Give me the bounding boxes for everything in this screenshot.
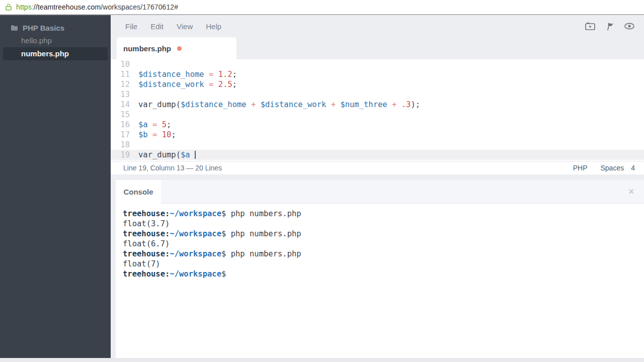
status-right: PHP Spaces 4 xyxy=(573,164,635,172)
prompt-user: treehouse: xyxy=(123,209,170,218)
cursor-position-status: Line 19, Column 13 — 20 Lines xyxy=(123,164,222,172)
line-number: 16 xyxy=(111,120,130,130)
sidebar-item-numbers-php[interactable]: numbers.php xyxy=(3,47,108,60)
code-line-19[interactable]: 19var_dump($a xyxy=(111,150,644,160)
code-line-13[interactable]: 13 xyxy=(111,89,644,100)
prompt-symbol: $ xyxy=(221,269,226,279)
close-icon[interactable]: × xyxy=(628,187,634,196)
prompt-path: ~/workspace xyxy=(170,249,221,258)
prompt-symbol: $ xyxy=(221,209,226,218)
tab-numbers-php[interactable]: numbers.php xyxy=(117,37,236,59)
project-name: PHP Basics xyxy=(23,24,64,32)
eye-icon xyxy=(624,21,635,31)
code-text: var_dump($a xyxy=(138,150,196,160)
line-number: 13 xyxy=(111,89,130,100)
editor-status-bar: Line 19, Column 13 — 20 Lines PHP Spaces… xyxy=(111,161,644,174)
file-list: hello.phpnumbers.php xyxy=(0,34,111,60)
code-text: $distance_home = 1.2; xyxy=(138,69,237,79)
terminal-command: php numbers.php xyxy=(226,209,301,218)
workspace-main: FileEditViewHelp xyxy=(111,15,644,358)
code-text: $distance_work = 2.5; xyxy=(138,79,237,89)
camera-icon xyxy=(585,21,596,31)
url-scheme: https: xyxy=(16,3,34,11)
terminal-command: php numbers.php xyxy=(226,249,301,258)
padlock-icon xyxy=(5,3,12,11)
text-cursor xyxy=(195,151,196,159)
console-tab[interactable]: Console xyxy=(116,180,161,204)
code-line-16[interactable]: 16$a = 5; xyxy=(111,120,644,130)
terminal-command: php numbers.php xyxy=(226,229,301,238)
prompt-path: ~/workspace xyxy=(170,209,221,218)
terminal-command-line: treehouse:~/workspace$ php numbers.php xyxy=(123,229,644,239)
camera-button[interactable] xyxy=(585,21,596,31)
fork-button[interactable] xyxy=(605,21,615,31)
prompt-path: ~/workspace xyxy=(170,269,221,279)
prompt-symbol: $ xyxy=(221,229,226,238)
browser-address-bar: https://teamtreehouse.com/workspaces/176… xyxy=(0,0,644,15)
terminal-output-line: float(6.7) xyxy=(123,239,644,249)
url-path: /workspaces/17670612# xyxy=(101,3,178,11)
prompt-symbol: $ xyxy=(221,249,226,258)
prompt-user: treehouse: xyxy=(123,249,170,258)
code-line-10[interactable]: 10 xyxy=(111,59,644,69)
code-line-18[interactable]: 18 xyxy=(111,140,644,150)
toolbar-icons xyxy=(585,21,635,31)
indent-type: Spaces xyxy=(601,164,624,172)
language-mode: PHP xyxy=(573,164,588,172)
prompt-user: treehouse: xyxy=(123,229,170,238)
prompt-user: treehouse: xyxy=(123,269,170,279)
console-title: Console xyxy=(123,188,153,196)
editor-menu-bar: FileEditViewHelp xyxy=(111,15,644,37)
url-text[interactable]: https://teamtreehouse.com/workspaces/176… xyxy=(16,3,178,11)
editor-tab-bar: numbers.php xyxy=(111,37,644,59)
menu-item-file[interactable]: File xyxy=(119,22,144,31)
console-output: treehouse:~/workspace$ php numbers.phpfl… xyxy=(123,209,644,279)
terminal-output-line: float(7) xyxy=(123,259,644,269)
tab-label: numbers.php xyxy=(123,44,171,53)
line-number: 11 xyxy=(111,69,130,79)
menu-item-edit[interactable]: Edit xyxy=(144,22,170,31)
terminal-command-line: treehouse:~/workspace$ xyxy=(123,269,644,279)
code-line-15[interactable]: 15 xyxy=(111,110,644,120)
file-tree-sidebar: PHP Basics hello.phpnumbers.php xyxy=(0,15,111,358)
menu-items: FileEditViewHelp xyxy=(119,22,228,31)
menu-item-help[interactable]: Help xyxy=(199,22,228,31)
code-line-11[interactable]: 11$distance_home = 1.2; xyxy=(111,69,644,79)
unsaved-changes-dot xyxy=(177,46,182,51)
terminal-command-line: treehouse:~/workspace$ php numbers.php xyxy=(123,249,644,259)
code-lines: 1011$distance_home = 1.2;12$distance_wor… xyxy=(111,59,644,160)
terminal[interactable]: treehouse:~/workspace$ php numbers.phpfl… xyxy=(116,204,644,279)
line-number: 15 xyxy=(111,110,130,120)
code-text: $b = 10; xyxy=(138,130,176,140)
sidebar-item-hello-php[interactable]: hello.php xyxy=(0,34,111,47)
console-header: Console × xyxy=(116,180,644,204)
bottom-strip xyxy=(0,358,644,362)
url-domain: //teamtreehouse.com xyxy=(34,3,101,11)
sidebar-project-php-basics[interactable]: PHP Basics xyxy=(0,21,111,34)
line-number: 17 xyxy=(111,130,130,140)
code-text: $a = 5; xyxy=(138,120,171,130)
folder-icon xyxy=(11,25,18,31)
eye-button[interactable] xyxy=(624,21,635,31)
code-line-17[interactable]: 17$b = 10; xyxy=(111,130,644,140)
line-number: 12 xyxy=(111,79,130,89)
line-number: 10 xyxy=(111,59,130,69)
line-number: 14 xyxy=(111,100,130,110)
indent-size: 4 xyxy=(631,164,635,172)
menu-item-view[interactable]: View xyxy=(170,22,199,31)
line-number: 18 xyxy=(111,140,130,150)
terminal-output-line: float(3.7) xyxy=(123,219,644,229)
prompt-path: ~/workspace xyxy=(170,229,221,238)
code-line-14[interactable]: 14var_dump($distance_home + $distance_wo… xyxy=(111,100,644,110)
code-text: var_dump($distance_home + $distance_work… xyxy=(138,100,420,110)
fork-icon xyxy=(605,21,615,31)
code-editor[interactable]: 1011$distance_home = 1.2;12$distance_wor… xyxy=(111,59,644,161)
terminal-command-line: treehouse:~/workspace$ php numbers.php xyxy=(123,209,644,219)
console-panel: Console × treehouse:~/workspace$ php num… xyxy=(116,180,644,358)
code-line-12[interactable]: 12$distance_work = 2.5; xyxy=(111,79,644,89)
line-number: 19 xyxy=(111,150,130,160)
